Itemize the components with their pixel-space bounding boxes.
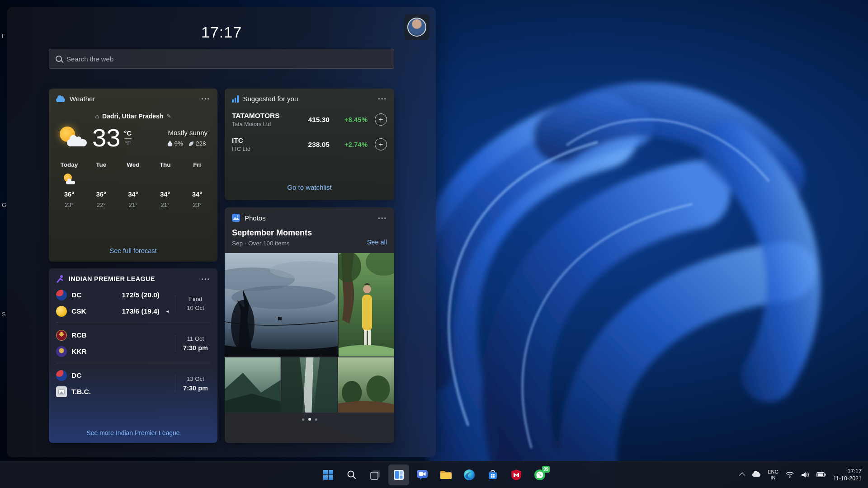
- ipl-widget[interactable]: INDIAN PREMIER LEAGUE ··· DC 172/5 (20.0…: [49, 268, 217, 443]
- forecast-day-column[interactable]: Wed 34° 21°: [119, 161, 147, 208]
- weather-condition: Mostly sunny: [168, 129, 208, 136]
- match-time: 7:30 pm: [181, 344, 210, 352]
- go-to-watchlist-link[interactable]: Go to watchlist: [225, 183, 394, 200]
- photo-thumbnail[interactable]: [225, 357, 281, 413]
- stock-symbol: ITC: [232, 136, 293, 145]
- edge-button[interactable]: [459, 465, 480, 485]
- widget-title: INDIAN PREMIER LEAGUE: [69, 275, 155, 282]
- language-code: ENG: [768, 469, 778, 475]
- see-more-ipl-link[interactable]: See more Indian Premier League: [49, 429, 217, 443]
- photo-grid: [225, 253, 394, 413]
- match-status: Final: [181, 296, 210, 302]
- tbc-logo-placeholder: [56, 386, 67, 397]
- pagination-dot[interactable]: [315, 418, 317, 421]
- team-score: 173/6 (19.4): [122, 307, 160, 315]
- messaging-button[interactable]: 99: [529, 465, 550, 485]
- team-logo-kkr: [56, 346, 67, 357]
- forecast-low: 22°: [87, 202, 115, 208]
- avatar-photo: [407, 18, 426, 37]
- widgets-button[interactable]: [388, 465, 409, 485]
- add-to-watchlist-button[interactable]: +: [375, 113, 387, 126]
- winner-marker-icon: ◄: [164, 309, 170, 314]
- stock-row[interactable]: TATAMOTORS Tata Motors Ltd 415.30 +8.45%…: [225, 112, 394, 127]
- see-all-link[interactable]: See all: [367, 239, 387, 247]
- language-indicator[interactable]: ENG IN: [768, 469, 778, 481]
- forecast-day-column[interactable]: Tue 36° 22°: [87, 161, 115, 208]
- forecast-day-column[interactable]: Today 36° 23°: [55, 161, 83, 208]
- forecast-day: Wed: [119, 161, 147, 168]
- photo-thumbnail[interactable]: [338, 357, 394, 413]
- wifi-button[interactable]: [786, 471, 794, 478]
- team-name: DC: [71, 371, 81, 380]
- file-explorer-button[interactable]: [435, 465, 456, 485]
- ipl-match[interactable]: RCB KKR 11 Oct 7:30 pm: [49, 329, 217, 357]
- forecast-high: 36°: [87, 191, 115, 198]
- photo-thumbnail[interactable]: [339, 253, 394, 357]
- unit-celsius-toggle[interactable]: °C: [124, 129, 132, 137]
- more-options-button[interactable]: ···: [378, 95, 387, 103]
- stock-symbol: TATAMOTORS: [232, 112, 293, 120]
- mcafee-button[interactable]: [506, 465, 527, 485]
- ipl-match[interactable]: DC 172/5 (20.0) CSK 173/6 (19.4) ◄ Final…: [49, 289, 217, 317]
- stock-price: 415.30: [293, 116, 330, 124]
- precipitation-value: 9%: [174, 140, 183, 147]
- more-options-button[interactable]: ···: [201, 95, 210, 103]
- tray-time: 17:17: [833, 468, 862, 475]
- more-options-button[interactable]: ···: [378, 214, 387, 222]
- cloud-tray-button[interactable]: [752, 473, 760, 477]
- forecast-day-column[interactable]: Fri 34° 23°: [183, 161, 211, 208]
- search-input[interactable]: [66, 55, 387, 63]
- hidden-icons-button[interactable]: [741, 473, 745, 477]
- widgets-panel: 17:17 Weather ··· ⌂ Dadri, Uttar Pradesh…: [7, 7, 436, 457]
- ipl-match[interactable]: DC T.B.C. 13 Oct 7:30 pm: [49, 370, 217, 398]
- see-full-forecast-link[interactable]: See full forecast: [49, 247, 217, 262]
- partly-cloudy-icon: [63, 174, 75, 185]
- more-options-button[interactable]: ···: [201, 275, 210, 283]
- pagination-dot-active[interactable]: [308, 418, 311, 421]
- chevron-up-icon: [739, 472, 745, 479]
- forecast-high: 36°: [55, 191, 83, 198]
- desktop: F G S 17:17 Weather ··· ⌂ Dadri, Uttar P…: [0, 0, 868, 488]
- speaker-icon: [801, 472, 809, 478]
- battery-button[interactable]: [816, 472, 826, 477]
- sunny-icon: [127, 174, 139, 185]
- photos-widget[interactable]: Photos ··· September Moments Sep · Over …: [225, 207, 394, 443]
- weather-cloud-icon: [56, 98, 65, 102]
- notification-badge: 99: [542, 466, 550, 473]
- weather-location: Dadri, Uttar Pradesh: [102, 113, 163, 120]
- store-button[interactable]: [482, 465, 503, 485]
- web-search-bar[interactable]: [49, 49, 394, 69]
- photo-thumbnail[interactable]: [282, 357, 338, 413]
- widgets-icon: [393, 469, 404, 480]
- task-view-button[interactable]: [365, 465, 386, 485]
- divider: [56, 323, 210, 323]
- desktop-icon-label[interactable]: S: [2, 311, 6, 318]
- desktop-icon-label[interactable]: F: [2, 33, 5, 39]
- edge-icon: [463, 469, 475, 481]
- forecast-day-column[interactable]: Thu 34° 21°: [151, 161, 179, 208]
- team-name: T.B.C.: [71, 388, 91, 396]
- unit-fahrenheit-toggle[interactable]: °F: [125, 140, 131, 146]
- photo-thumbnail[interactable]: [225, 253, 338, 357]
- add-to-watchlist-button[interactable]: +: [375, 138, 387, 150]
- start-button[interactable]: [318, 465, 339, 485]
- stocks-widget[interactable]: Suggested for you ··· TATAMOTORS Tata Mo…: [225, 89, 394, 200]
- widget-title: Photos: [245, 214, 266, 222]
- tray-clock[interactable]: 17:17 11-10-2021: [833, 468, 862, 482]
- search-icon: [347, 470, 357, 480]
- edit-location-icon[interactable]: ✎: [166, 113, 171, 119]
- language-region: IN: [768, 475, 778, 481]
- chat-button[interactable]: [412, 465, 433, 485]
- cloud-icon: [752, 473, 760, 477]
- team-name: DC: [71, 291, 81, 299]
- team-logo-dc: [56, 290, 67, 300]
- pagination-dot[interactable]: [302, 418, 304, 421]
- team-name: RCB: [71, 331, 87, 339]
- volume-button[interactable]: [801, 472, 809, 478]
- stock-row[interactable]: ITC ITC Ltd 238.05 +2.74% +: [225, 136, 394, 152]
- weather-widget[interactable]: Weather ··· ⌂ Dadri, Uttar Pradesh ✎ 33 …: [49, 89, 217, 262]
- user-avatar[interactable]: [404, 14, 429, 40]
- search-button[interactable]: [341, 465, 362, 485]
- stock-name: ITC Ltd: [232, 146, 293, 152]
- desktop-icon-label[interactable]: G: [2, 202, 6, 208]
